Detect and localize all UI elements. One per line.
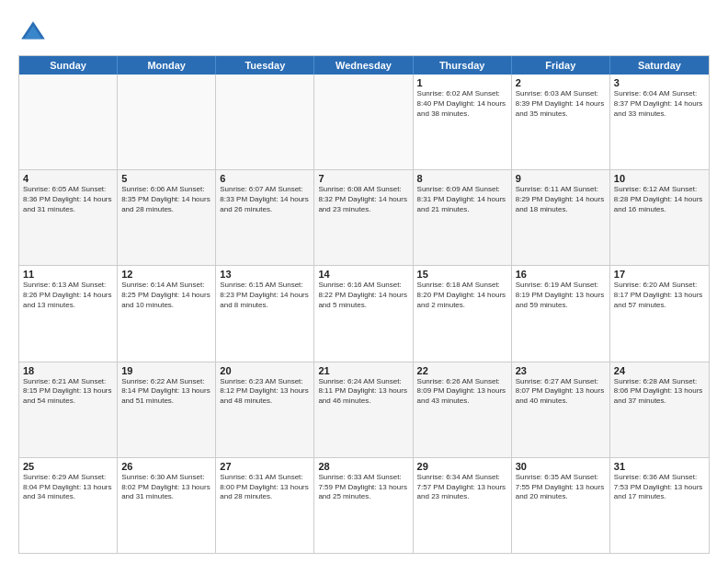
calendar-cell: 21Sunrise: 6:24 AM Sunset: 8:11 PM Dayli… — [314, 362, 413, 457]
cell-info: Sunrise: 6:28 AM Sunset: 8:06 PM Dayligh… — [614, 377, 705, 407]
calendar-cell — [216, 75, 314, 169]
day-number: 3 — [614, 77, 705, 88]
cell-info: Sunrise: 6:03 AM Sunset: 8:39 PM Dayligh… — [516, 89, 606, 119]
cell-info: Sunrise: 6:13 AM Sunset: 8:26 PM Dayligh… — [23, 281, 113, 310]
calendar-cell — [19, 75, 118, 169]
calendar-cell: 16Sunrise: 6:19 AM Sunset: 8:19 PM Dayli… — [512, 266, 610, 361]
cell-info: Sunrise: 6:31 AM Sunset: 8:00 PM Dayligh… — [220, 473, 310, 502]
cell-info: Sunrise: 6:06 AM Sunset: 8:35 PM Dayligh… — [121, 185, 211, 214]
cell-info: Sunrise: 6:15 AM Sunset: 8:23 PM Dayligh… — [220, 281, 310, 310]
day-number: 21 — [318, 365, 408, 376]
day-number: 27 — [220, 461, 310, 472]
day-number: 5 — [121, 173, 211, 184]
calendar-cell: 14Sunrise: 6:16 AM Sunset: 8:22 PM Dayli… — [314, 266, 413, 361]
day-number: 12 — [121, 269, 211, 280]
calendar-cell: 29Sunrise: 6:34 AM Sunset: 7:57 PM Dayli… — [414, 458, 512, 553]
calendar-cell: 13Sunrise: 6:15 AM Sunset: 8:23 PM Dayli… — [216, 266, 314, 361]
day-number: 9 — [516, 173, 606, 184]
calendar-row: 18Sunrise: 6:21 AM Sunset: 8:15 PM Dayli… — [19, 362, 709, 457]
day-number: 8 — [417, 173, 507, 184]
cell-info: Sunrise: 6:23 AM Sunset: 8:12 PM Dayligh… — [220, 377, 310, 407]
logo — [18, 18, 51, 48]
header — [18, 15, 710, 48]
calendar-cell: 12Sunrise: 6:14 AM Sunset: 8:25 PM Dayli… — [118, 266, 216, 361]
day-number: 13 — [220, 269, 310, 280]
day-number: 28 — [318, 461, 408, 472]
calendar-cell: 18Sunrise: 6:21 AM Sunset: 8:15 PM Dayli… — [19, 362, 118, 457]
day-number: 15 — [417, 269, 507, 280]
calendar-cell: 20Sunrise: 6:23 AM Sunset: 8:12 PM Dayli… — [216, 362, 314, 457]
calendar-cell: 19Sunrise: 6:22 AM Sunset: 8:14 PM Dayli… — [118, 362, 216, 457]
header-cell-tuesday: Tuesday — [216, 56, 314, 75]
day-number: 14 — [318, 269, 408, 280]
calendar-header: SundayMondayTuesdayWednesdayThursdayFrid… — [19, 56, 709, 75]
day-number: 10 — [614, 173, 705, 184]
calendar-cell: 8Sunrise: 6:09 AM Sunset: 8:31 PM Daylig… — [414, 170, 512, 265]
cell-info: Sunrise: 6:29 AM Sunset: 8:04 PM Dayligh… — [23, 473, 113, 502]
day-number: 17 — [614, 269, 705, 280]
calendar-cell: 31Sunrise: 6:36 AM Sunset: 7:53 PM Dayli… — [610, 458, 709, 553]
calendar-cell — [314, 75, 413, 169]
calendar-cell: 22Sunrise: 6:26 AM Sunset: 8:09 PM Dayli… — [414, 362, 512, 457]
day-number: 1 — [417, 77, 507, 88]
calendar-cell: 24Sunrise: 6:28 AM Sunset: 8:06 PM Dayli… — [610, 362, 709, 457]
day-number: 18 — [23, 365, 113, 376]
cell-info: Sunrise: 6:08 AM Sunset: 8:32 PM Dayligh… — [318, 185, 408, 214]
day-number: 6 — [220, 173, 310, 184]
calendar-row: 1Sunrise: 6:02 AM Sunset: 8:40 PM Daylig… — [19, 75, 709, 169]
day-number: 23 — [516, 365, 606, 376]
cell-info: Sunrise: 6:22 AM Sunset: 8:14 PM Dayligh… — [121, 377, 211, 407]
day-number: 29 — [417, 461, 507, 472]
calendar-cell: 3Sunrise: 6:04 AM Sunset: 8:37 PM Daylig… — [610, 75, 709, 169]
cell-info: Sunrise: 6:02 AM Sunset: 8:40 PM Dayligh… — [417, 89, 507, 119]
header-cell-saturday: Saturday — [610, 56, 709, 75]
calendar-cell: 23Sunrise: 6:27 AM Sunset: 8:07 PM Dayli… — [512, 362, 610, 457]
day-number: 16 — [516, 269, 606, 280]
logo-icon — [18, 18, 48, 48]
calendar-cell: 9Sunrise: 6:11 AM Sunset: 8:29 PM Daylig… — [512, 170, 610, 265]
cell-info: Sunrise: 6:35 AM Sunset: 7:55 PM Dayligh… — [516, 473, 606, 502]
header-cell-sunday: Sunday — [19, 56, 118, 75]
calendar-cell: 7Sunrise: 6:08 AM Sunset: 8:32 PM Daylig… — [314, 170, 413, 265]
calendar-cell: 26Sunrise: 6:30 AM Sunset: 8:02 PM Dayli… — [118, 458, 216, 553]
header-cell-monday: Monday — [118, 56, 216, 75]
cell-info: Sunrise: 6:09 AM Sunset: 8:31 PM Dayligh… — [417, 185, 507, 214]
day-number: 30 — [516, 461, 606, 472]
day-number: 25 — [23, 461, 113, 472]
calendar-cell — [118, 75, 216, 169]
calendar-row: 11Sunrise: 6:13 AM Sunset: 8:26 PM Dayli… — [19, 265, 709, 361]
day-number: 7 — [318, 173, 408, 184]
day-number: 24 — [614, 365, 705, 376]
calendar-body: 1Sunrise: 6:02 AM Sunset: 8:40 PM Daylig… — [19, 75, 709, 553]
day-number: 19 — [121, 365, 211, 376]
cell-info: Sunrise: 6:18 AM Sunset: 8:20 PM Dayligh… — [417, 281, 507, 310]
header-cell-friday: Friday — [512, 56, 610, 75]
cell-info: Sunrise: 6:20 AM Sunset: 8:17 PM Dayligh… — [614, 281, 705, 310]
calendar-cell: 25Sunrise: 6:29 AM Sunset: 8:04 PM Dayli… — [19, 458, 118, 553]
cell-info: Sunrise: 6:16 AM Sunset: 8:22 PM Dayligh… — [318, 281, 408, 310]
day-number: 2 — [516, 77, 606, 88]
calendar-cell: 30Sunrise: 6:35 AM Sunset: 7:55 PM Dayli… — [512, 458, 610, 553]
day-number: 20 — [220, 365, 310, 376]
day-number: 11 — [23, 269, 113, 280]
calendar-cell: 27Sunrise: 6:31 AM Sunset: 8:00 PM Dayli… — [216, 458, 314, 553]
cell-info: Sunrise: 6:05 AM Sunset: 8:36 PM Dayligh… — [23, 185, 113, 214]
calendar-cell: 15Sunrise: 6:18 AM Sunset: 8:20 PM Dayli… — [414, 266, 512, 361]
cell-info: Sunrise: 6:14 AM Sunset: 8:25 PM Dayligh… — [121, 281, 211, 310]
page: SundayMondayTuesdayWednesdayThursdayFrid… — [0, 0, 728, 563]
day-number: 26 — [121, 461, 211, 472]
calendar: SundayMondayTuesdayWednesdayThursdayFrid… — [18, 55, 710, 554]
calendar-cell: 4Sunrise: 6:05 AM Sunset: 8:36 PM Daylig… — [19, 170, 118, 265]
day-number: 22 — [417, 365, 507, 376]
cell-info: Sunrise: 6:12 AM Sunset: 8:28 PM Dayligh… — [614, 185, 705, 214]
cell-info: Sunrise: 6:24 AM Sunset: 8:11 PM Dayligh… — [318, 377, 408, 407]
calendar-cell: 17Sunrise: 6:20 AM Sunset: 8:17 PM Dayli… — [610, 266, 709, 361]
cell-info: Sunrise: 6:36 AM Sunset: 7:53 PM Dayligh… — [614, 473, 705, 502]
cell-info: Sunrise: 6:11 AM Sunset: 8:29 PM Dayligh… — [516, 185, 606, 214]
header-cell-thursday: Thursday — [414, 56, 512, 75]
header-cell-wednesday: Wednesday — [314, 56, 413, 75]
calendar-row: 25Sunrise: 6:29 AM Sunset: 8:04 PM Dayli… — [19, 457, 709, 553]
calendar-cell: 6Sunrise: 6:07 AM Sunset: 8:33 PM Daylig… — [216, 170, 314, 265]
calendar-cell: 28Sunrise: 6:33 AM Sunset: 7:59 PM Dayli… — [314, 458, 413, 553]
cell-info: Sunrise: 6:34 AM Sunset: 7:57 PM Dayligh… — [417, 473, 507, 502]
